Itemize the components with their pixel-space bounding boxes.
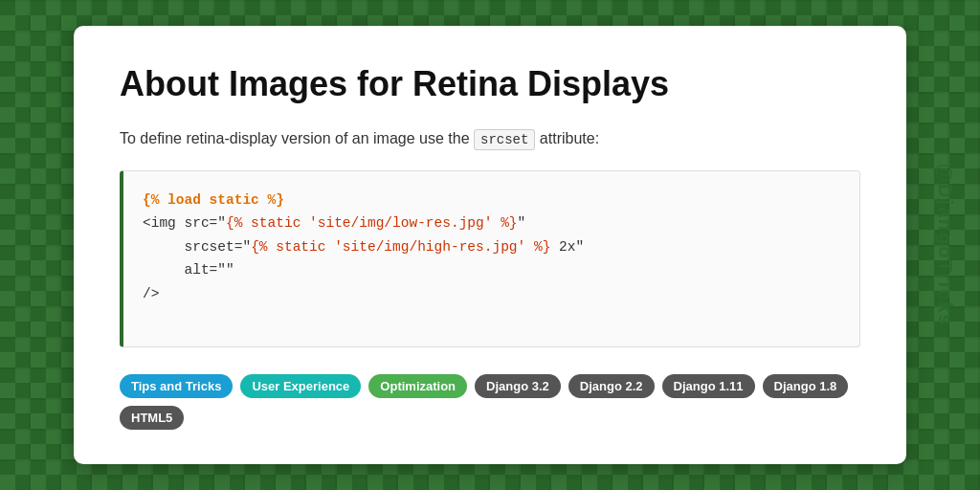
- code-line-2a: <img src=": [143, 215, 226, 231]
- tag-optimization[interactable]: Optimization: [368, 374, 467, 398]
- tag-html5[interactable]: HTML5: [120, 406, 184, 430]
- sidebar-brand-label: @DjangoTricks: [934, 163, 956, 326]
- code-line-4: alt="": [143, 262, 234, 278]
- description-before: To define retina-display version of an i…: [120, 130, 474, 146]
- srcset-code: srcset: [474, 129, 535, 150]
- tag-django-111[interactable]: Django 1.11: [662, 374, 755, 398]
- tags-container: Tips and Tricks User Experience Optimiza…: [120, 374, 860, 430]
- code-line-5: />: [143, 286, 159, 301]
- main-card: About Images for Retina Displays To defi…: [74, 26, 906, 465]
- description-after: attribute:: [535, 130, 599, 146]
- code-line-2b: {% static 'site/img/low-res.jpg' %}: [226, 215, 518, 231]
- code-line-3b: {% static 'site/img/high-res.jpg' %}: [251, 239, 550, 255]
- code-line-3a: srcset=": [143, 239, 251, 255]
- tag-django-22[interactable]: Django 2.2: [568, 374, 655, 398]
- code-line-1: {% load static %}: [143, 192, 284, 208]
- tag-user-experience[interactable]: User Experience: [240, 374, 361, 398]
- page-title: About Images for Retina Displays: [120, 64, 860, 103]
- tag-django-32[interactable]: Django 3.2: [475, 374, 561, 398]
- description: To define retina-display version of an i…: [120, 126, 860, 151]
- tag-django-18[interactable]: Django 1.8: [763, 374, 849, 398]
- code-line-2c: ": [518, 215, 526, 231]
- code-block: {% load static %} <img src="{% static 's…: [120, 170, 860, 348]
- code-line-3c: 2x": [550, 239, 584, 255]
- tag-tips-and-tricks[interactable]: Tips and Tricks: [120, 374, 233, 398]
